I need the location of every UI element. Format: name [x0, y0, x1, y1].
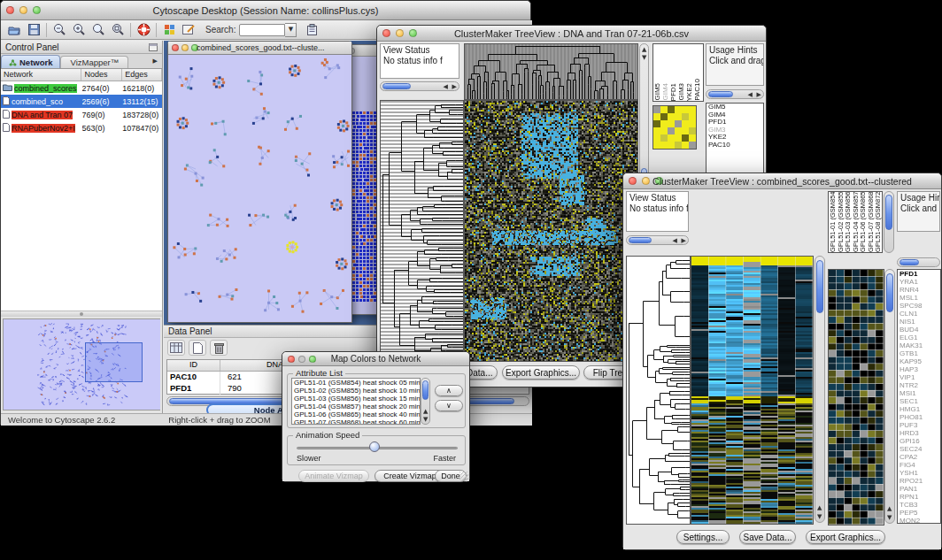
heatmap-cell[interactable]: [653, 120, 660, 127]
heatmap-cell[interactable]: [675, 106, 682, 113]
tv1-heatmap[interactable]: [464, 100, 638, 362]
network-view-window-1[interactable]: combined_scores_good.txt--cluste...: [167, 41, 352, 323]
gene-label[interactable]: MSL1: [900, 294, 940, 302]
heatmap-cell[interactable]: [653, 127, 660, 134]
gene-label[interactable]: PUF3: [900, 421, 940, 429]
gene-label[interactable]: GTB1: [900, 349, 940, 357]
open-session-icon[interactable]: [4, 22, 24, 38]
tv1-summary-heatmap[interactable]: [652, 105, 697, 150]
table-header-nodes[interactable]: Nodes: [81, 69, 122, 81]
network-overview-panel[interactable]: [3, 318, 160, 410]
tv2-save-data-button[interactable]: Save Data...: [739, 530, 796, 544]
attribute-list-item[interactable]: GPL51-03 (GSM856) heat shock 15 min: [294, 395, 420, 403]
tv1-export-graphics-button[interactable]: Export Graphics...: [502, 365, 580, 380]
select-attributes-icon[interactable]: [167, 340, 185, 356]
scroll-up-icon[interactable]: ▲: [887, 506, 892, 512]
heatmap-cell[interactable]: [675, 142, 682, 149]
gene-label[interactable]: YSH1: [900, 469, 940, 477]
close-button[interactable]: [172, 44, 179, 51]
heatmap-cell[interactable]: [668, 113, 675, 120]
gene-label[interactable]: MAK31: [900, 341, 940, 349]
heatmap-cell[interactable]: [689, 113, 696, 120]
attribute-list-item[interactable]: GPL51-01 (GSM854) heat shock 05 min: [294, 379, 420, 387]
gene-label[interactable]: VIP1: [900, 373, 940, 381]
attribute-list[interactable]: GPL51-01 (GSM854) heat shock 05 minGPL51…: [291, 378, 421, 425]
scroll-up-icon[interactable]: ▲: [817, 505, 822, 511]
network-overview-canvas[interactable]: [4, 319, 160, 410]
tv2-collabel-vscrollbar[interactable]: [884, 191, 894, 253]
scroll-down-icon[interactable]: ▼: [817, 514, 822, 520]
heatmap-cell[interactable]: [668, 127, 675, 134]
network-name-cell[interactable]: DNA and Tran 07: [1, 110, 82, 120]
gene-label[interactable]: PEP5: [900, 509, 940, 517]
heatmap-cell[interactable]: [660, 113, 668, 120]
gene-label[interactable]: MSI1: [900, 389, 940, 397]
search-input[interactable]: [239, 24, 285, 36]
heatmap-cell[interactable]: [689, 142, 696, 149]
tv1-usage-hscrollbar[interactable]: ◀ ▶: [706, 89, 764, 99]
gene-label[interactable]: RPO21: [900, 477, 940, 485]
resize-grip[interactable]: [459, 472, 468, 480]
scrollbar-thumb[interactable]: [900, 259, 919, 265]
vizmapper-grid-icon[interactable]: [159, 22, 179, 38]
save-session-icon[interactable]: [24, 22, 43, 38]
tv2-gene-list[interactable]: PFD1YRA1RNR4MSL1SPC98CLN1NIS1BUD4ELG1MAK…: [897, 269, 941, 524]
tv1-row-dendrogram[interactable]: [380, 100, 464, 362]
heatmap-cell[interactable]: [660, 127, 668, 134]
gene-label[interactable]: SPC98: [900, 302, 940, 310]
heatmap-cell[interactable]: [660, 134, 668, 142]
scrollbar-thumb[interactable]: [422, 380, 429, 400]
heatmap-cell[interactable]: [689, 127, 696, 134]
zoom-fit-icon[interactable]: [108, 22, 127, 38]
scrollbar-thumb[interactable]: [629, 237, 652, 243]
tab-vizmapper[interactable]: VizMapper™: [60, 56, 128, 68]
help-lifering-icon[interactable]: [134, 22, 153, 38]
network-name-cell[interactable]: RNAPuberNov2+I: [1, 123, 82, 134]
heatmap-cell[interactable]: [682, 134, 689, 142]
heatmap-cell[interactable]: [689, 120, 696, 127]
gene-label[interactable]: ELG1: [900, 334, 940, 341]
gene-label[interactable]: CLN1: [900, 310, 940, 318]
heatmap-cell[interactable]: [682, 120, 689, 127]
main-title-bar[interactable]: Cytoscape Desktop (Session Name: collins…: [1, 1, 530, 20]
heatmap-cell[interactable]: [675, 134, 682, 142]
heatmap-cell[interactable]: [660, 142, 668, 149]
attribute-list-vscrollbar[interactable]: ▲ ▼: [421, 378, 430, 425]
gene-label[interactable]: PFD1: [900, 270, 940, 278]
scrollbar-thumb[interactable]: [816, 260, 823, 313]
heatmap-cell[interactable]: [668, 134, 675, 142]
table-row[interactable]: combined_scores2764(0)16218(0): [1, 81, 162, 95]
tv1-column-dendrogram[interactable]: [464, 43, 638, 100]
annotation-edit-icon[interactable]: [179, 22, 198, 38]
zoom-in-icon[interactable]: [69, 22, 89, 38]
heatmap-cell[interactable]: [675, 120, 682, 127]
scroll-left-icon[interactable]: ◀: [673, 238, 677, 244]
table-row[interactable]: RNAPuberNov2+I563(0)107847(0): [1, 121, 162, 134]
gene-label[interactable]: KAP95: [900, 357, 940, 365]
zoom-selected-icon[interactable]: [89, 22, 108, 38]
gene-label[interactable]: TCB3: [900, 501, 940, 509]
scroll-right-icon[interactable]: ▶: [757, 92, 761, 98]
heatmap-cell[interactable]: [682, 113, 689, 120]
move-down-button[interactable]: ∨: [435, 400, 463, 411]
scroll-right-icon[interactable]: ▶: [682, 238, 686, 244]
attribute-list-item[interactable]: GPL51-02 (GSM855) heat shock 10 min: [294, 387, 420, 395]
delete-attribute-icon[interactable]: [210, 340, 228, 356]
heatmap-cell[interactable]: [668, 106, 675, 113]
heatmap-cell[interactable]: [653, 142, 660, 149]
gene-label[interactable]: YRA1: [900, 278, 940, 286]
network-name-cell[interactable]: combined_scores: [1, 83, 82, 93]
dialog-title-bar[interactable]: Map Colors to Network: [282, 352, 469, 366]
gene-label[interactable]: SEC1: [900, 397, 940, 405]
animate-vizmap-button[interactable]: Animate Vizmap: [298, 470, 369, 482]
gene-label[interactable]: PAC10: [708, 142, 763, 150]
data-column-header[interactable]: ID: [167, 360, 220, 371]
table-header-edges[interactable]: Edges: [122, 69, 162, 81]
gene-label[interactable]: HRD3: [900, 429, 940, 437]
zoom-out-icon[interactable]: [50, 22, 69, 38]
tv2-zoom-heatmap[interactable]: [828, 269, 884, 525]
new-attribute-icon[interactable]: [189, 340, 206, 356]
tv2-export-graphics-button[interactable]: Export Graphics...: [806, 530, 885, 544]
scroll-left-icon[interactable]: ◀: [748, 92, 753, 98]
heatmap-cell[interactable]: [689, 134, 696, 142]
